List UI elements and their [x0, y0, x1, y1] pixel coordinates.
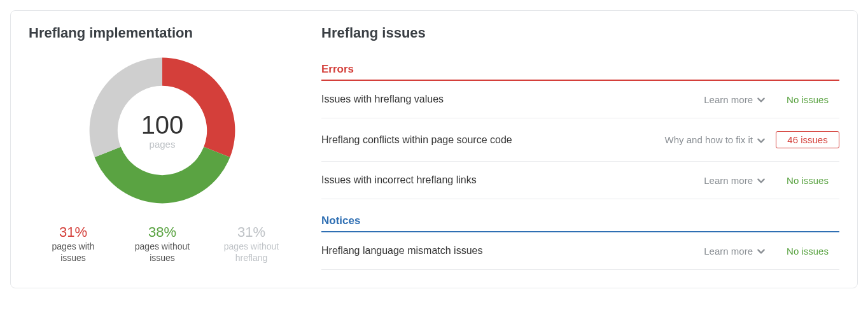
legend-percent: 31%	[207, 225, 296, 240]
donut-slice-0[interactable]	[162, 58, 235, 158]
issue-row: Issues with incorrect hreflang linksLear…	[321, 162, 839, 199]
hreflang-card: Hreflang implementation 100 pages 31%pag…	[10, 10, 858, 288]
legend-item-2[interactable]: 31%pages withouthreflang	[207, 225, 296, 264]
legend-percent: 31%	[29, 225, 118, 240]
implementation-panel: Hreflang implementation 100 pages 31%pag…	[29, 25, 296, 270]
section-header-notices: Notices	[321, 199, 839, 232]
implementation-donut-chart[interactable]: 100 pages	[80, 48, 245, 213]
legend-item-0[interactable]: 31%pages withissues	[29, 225, 118, 264]
section-header-errors: Errors	[321, 48, 839, 81]
chevron-down-icon	[757, 247, 764, 255]
chevron-down-icon	[757, 136, 764, 144]
issue-row: Hreflang language mismatch issuesLearn m…	[321, 232, 839, 270]
issue-hint-toggle[interactable]: Why and how to fix it	[665, 134, 764, 145]
issue-hint-toggle[interactable]: Learn more	[704, 94, 764, 105]
issue-hint-label: Learn more	[704, 94, 753, 105]
issue-hint-label: Learn more	[704, 246, 753, 257]
legend-label: pages withoutissues	[118, 241, 207, 264]
chevron-down-icon	[757, 176, 764, 184]
issue-status-ok: No issues	[776, 175, 839, 186]
issue-row: Issues with hreflang valuesLearn moreNo …	[321, 81, 839, 118]
issue-status-bad[interactable]: 46 issues	[776, 131, 839, 148]
issue-hint-label: Learn more	[704, 175, 753, 186]
legend-percent: 38%	[118, 225, 207, 240]
issue-hint-label: Why and how to fix it	[665, 134, 753, 145]
implementation-title: Hreflang implementation	[29, 25, 296, 41]
issue-name: Hreflang language mismatch issues	[321, 245, 692, 257]
issue-status-ok: No issues	[776, 94, 839, 105]
issue-name: Hreflang conflicts within page source co…	[321, 134, 654, 146]
issue-hint-toggle[interactable]: Learn more	[704, 246, 764, 257]
issue-hint-toggle[interactable]: Learn more	[704, 175, 764, 186]
issue-name: Issues with incorrect hreflang links	[321, 174, 692, 186]
donut-legend: 31%pages withissues38%pages withoutissue…	[29, 225, 296, 264]
issues-title: Hreflang issues	[321, 25, 839, 41]
donut-slice-1[interactable]	[95, 147, 230, 204]
issue-row: Hreflang conflicts within page source co…	[321, 118, 839, 162]
legend-label: pages withissues	[29, 241, 118, 264]
issue-name: Issues with hreflang values	[321, 94, 692, 105]
legend-item-1[interactable]: 38%pages withoutissues	[118, 225, 207, 264]
donut-slice-2[interactable]	[90, 58, 162, 158]
issue-status-ok: No issues	[776, 246, 839, 257]
chevron-down-icon	[757, 95, 764, 103]
issues-panel: Hreflang issues ErrorsIssues with hrefla…	[321, 25, 839, 270]
legend-label: pages withouthreflang	[207, 241, 296, 264]
